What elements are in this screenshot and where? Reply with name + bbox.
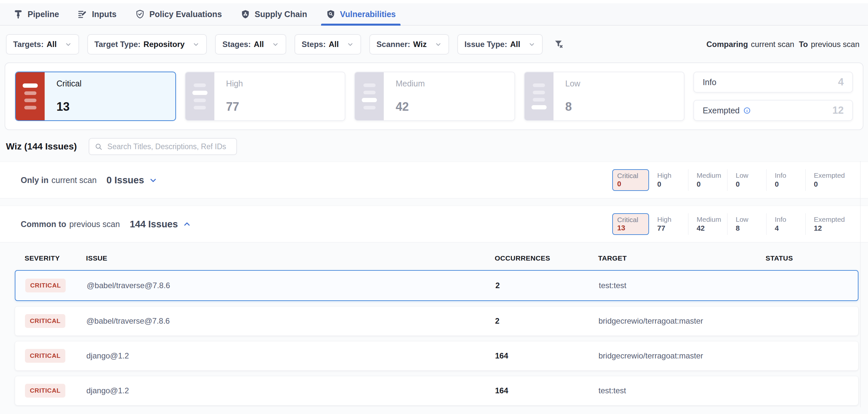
table-row[interactable]: CRITICAL @babel/traverse@7.8.6 2 test:te…: [15, 270, 859, 301]
vulnerabilities-icon: [326, 9, 336, 20]
chevron-up-icon[interactable]: [183, 220, 191, 229]
mini-count-medium[interactable]: Medium 0: [688, 169, 727, 191]
table-row[interactable]: CRITICAL django@1.2 164 test:test: [15, 376, 859, 406]
tab-label: Supply Chain: [255, 9, 307, 19]
filter-targets[interactable]: Targets: All: [6, 34, 79, 55]
severity-badge: CRITICAL: [25, 278, 66, 292]
chevron-down-icon: [528, 41, 535, 48]
search-input[interactable]: [107, 142, 231, 151]
issue-cell: django@1.2: [86, 386, 495, 395]
filter-issue-type[interactable]: Issue Type: All: [457, 34, 542, 55]
tab-label: Pipeline: [28, 9, 59, 19]
filter-row: Targets: All Target Type: Repository Sta…: [0, 26, 868, 62]
mini-count-low[interactable]: Low 0: [727, 169, 766, 191]
chevron-down-icon[interactable]: [149, 176, 158, 185]
filter-chips: Targets: All Target Type: Repository Sta…: [6, 34, 565, 55]
severity-card-count: 8: [565, 100, 684, 114]
mini-count-exempted[interactable]: Exempted 12: [805, 213, 844, 235]
tab-label: Vulnerabilities: [340, 9, 396, 19]
severity-card-label: Info: [703, 78, 716, 87]
severity-card-label: Medium: [396, 79, 515, 88]
severity-card-label: High: [226, 79, 345, 88]
severity-mini-counts: Critical 13 High 77 Medium 42 Low 8 Info…: [612, 213, 844, 235]
severity-card-low[interactable]: Low 8: [524, 71, 685, 121]
issues-table: SEVERITY ISSUE OCCURRENCES TARGET STATUS…: [0, 250, 868, 406]
severity-level-bars: [16, 72, 45, 120]
top-strip: [0, 0, 868, 3]
severity-level-bars: [525, 72, 554, 120]
right-edge-rule: [860, 161, 861, 408]
only-in-current-scan-section: Only in current scan 0 Issues Critical 0…: [0, 162, 868, 199]
severity-card-count: 42: [396, 100, 515, 114]
severity-card-critical[interactable]: Critical 13: [15, 71, 176, 121]
tab-pipeline[interactable]: Pipeline: [13, 3, 59, 25]
mini-count-medium[interactable]: Medium 42: [688, 213, 727, 235]
tab-inputs[interactable]: Inputs: [78, 3, 117, 25]
mini-count-low[interactable]: Low 8: [727, 213, 766, 235]
chevron-down-icon: [347, 41, 354, 48]
severity-card-high[interactable]: High 77: [185, 71, 346, 121]
info-exempted-column: Info 4 Exempted 12: [693, 71, 853, 121]
occurrences-cell: 2: [495, 317, 598, 326]
filter-clear-icon: [554, 39, 565, 50]
target-cell: bridgecrewio/terragoat:master: [598, 351, 766, 360]
mini-count-high[interactable]: High 77: [649, 213, 688, 235]
mini-count-critical[interactable]: Critical 0: [612, 169, 649, 191]
policy-evaluations-icon: [135, 9, 145, 20]
common-to-previous-scan-toggle[interactable]: Common to previous scan 144 Issues: [21, 219, 191, 230]
target-cell: test:test: [598, 386, 766, 395]
supply-chain-icon: [240, 9, 250, 20]
target-cell: bridgecrewio/terragoat:master: [598, 317, 766, 326]
issue-cell: @babel/traverse@7.8.6: [86, 317, 495, 326]
chevron-down-icon: [192, 41, 199, 48]
col-severity: SEVERITY: [25, 254, 86, 262]
target-cell: test:test: [599, 281, 766, 290]
issues-count-label: 0 Issues: [106, 175, 157, 186]
filter-scanner[interactable]: Scanner: Wiz: [369, 34, 449, 55]
search-box: [89, 138, 237, 155]
mini-count-exempted[interactable]: Exempted 0: [805, 169, 844, 191]
severity-card-label: Critical: [57, 79, 175, 88]
chevron-down-icon: [65, 41, 72, 48]
issues-count-label: 144 Issues: [130, 219, 191, 230]
col-occurrences: OCCURRENCES: [495, 254, 598, 262]
table-row[interactable]: CRITICAL django@1.2 164 bridgecrewio/ter…: [15, 341, 859, 371]
severity-card-count: 4: [838, 76, 844, 88]
severity-badge: CRITICAL: [25, 314, 65, 328]
only-in-current-scan-toggle[interactable]: Only in current scan 0 Issues: [21, 175, 158, 186]
common-to-previous-scan-section: Common to previous scan 144 Issues Criti…: [0, 206, 868, 242]
occurrences-cell: 2: [495, 281, 599, 290]
severity-card-medium[interactable]: Medium 42: [354, 71, 515, 121]
tab-supply-chain[interactable]: Supply Chain: [240, 3, 307, 25]
severity-mini-counts: Critical 0 High 0 Medium 0 Low 0 Info 0 …: [612, 169, 844, 191]
severity-card-label: Low: [565, 79, 684, 88]
severity-card-info[interactable]: Info 4: [693, 71, 853, 93]
tab-policy-evaluations[interactable]: Policy Evaluations: [135, 3, 222, 25]
col-issue: ISSUE: [86, 254, 495, 262]
tab-label: Policy Evaluations: [149, 9, 222, 19]
filter-stages[interactable]: Stages: All: [215, 34, 286, 55]
mini-count-info[interactable]: Info 4: [766, 213, 805, 235]
severity-summary-panel: Critical 13 High 77 Medium 42 Low 8 I: [5, 62, 863, 130]
main-tabbar: Pipeline Inputs Policy Evaluations Suppl…: [0, 3, 868, 26]
filter-steps[interactable]: Steps: All: [294, 34, 361, 55]
severity-level-bars: [185, 72, 214, 120]
col-target: TARGET: [598, 254, 766, 262]
clear-filters-button[interactable]: [554, 39, 565, 50]
issue-cell: django@1.2: [86, 351, 495, 360]
severity-level-bars: [355, 72, 384, 120]
severity-card-exempted[interactable]: Exempted 12: [693, 100, 853, 121]
mini-count-info[interactable]: Info 0: [766, 169, 805, 191]
filter-target-type[interactable]: Target Type: Repository: [87, 34, 207, 55]
occurrences-cell: 164: [495, 386, 598, 395]
col-status: STATUS: [766, 254, 849, 262]
severity-badge: CRITICAL: [25, 349, 65, 363]
tab-vulnerabilities[interactable]: Vulnerabilities: [326, 3, 396, 25]
severity-badge: CRITICAL: [25, 384, 65, 397]
scanner-heading: Wiz (144 Issues): [6, 141, 77, 152]
severity-card-label: Exempted: [703, 106, 740, 115]
table-row[interactable]: CRITICAL @babel/traverse@7.8.6 2 bridgec…: [15, 306, 859, 336]
mini-count-high[interactable]: High 0: [649, 169, 688, 191]
chevron-down-icon: [272, 41, 279, 48]
mini-count-critical[interactable]: Critical 13: [612, 213, 649, 235]
